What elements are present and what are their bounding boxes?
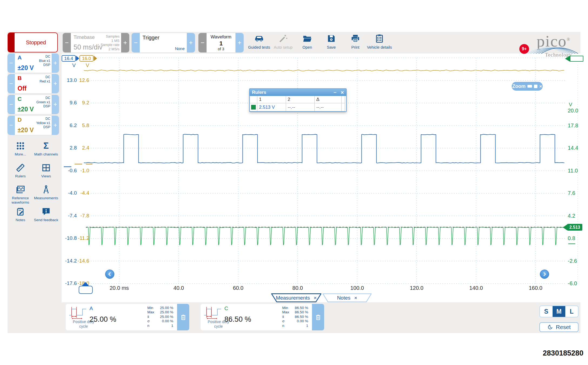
y-axis-label-yellow: -4.4 <box>73 190 89 196</box>
timebase-decrease-button[interactable]: − <box>63 33 71 52</box>
channel-range: ±20 V <box>18 127 34 134</box>
waveform-previous-button[interactable]: − <box>198 33 207 52</box>
channel-a-body[interactable]: ADCBlue x1DSP±20 V <box>15 54 52 73</box>
channel-c-card[interactable]: −CDCGreen x1DSP±20 V+ <box>8 95 59 114</box>
car-icon <box>254 34 264 44</box>
trigger-panel[interactable]: Trigger None <box>140 33 187 52</box>
size-option-s[interactable]: S <box>540 306 553 317</box>
rulers-minimize-icon[interactable]: − <box>331 90 338 95</box>
tab-measurements[interactable]: Measurements× <box>271 293 322 302</box>
waveform-next-button[interactable]: + <box>235 33 244 52</box>
reset-button[interactable]: Reset <box>539 322 579 332</box>
channel-d-decrease-button[interactable]: − <box>8 116 15 135</box>
channel-b-card[interactable]: −BDCRed x1Off+ <box>8 74 59 93</box>
trigger-position-marker[interactable] <box>79 286 93 294</box>
tab-notes-label: Notes <box>337 295 351 301</box>
scroll-right-button[interactable] <box>540 270 549 279</box>
action-vehicle-details[interactable]: Vehicle details <box>367 32 391 53</box>
channel-a-decrease-button[interactable]: − <box>8 54 15 73</box>
sidebar-item-measurements[interactable]: Measurements <box>33 184 59 205</box>
delete-measurement-button[interactable] <box>312 304 324 330</box>
right-axis-top-label: 20.0 <box>568 108 578 114</box>
trigger-decrease-button[interactable]: − <box>132 33 140 52</box>
channel-a-card[interactable]: −ADCBlue x1DSP±20 V+ <box>8 54 59 73</box>
timebase-increase-button[interactable]: + <box>121 33 129 52</box>
channel-c-increase-button[interactable]: + <box>52 95 59 114</box>
sidebar-tools: More...ΣMath channelsRulersViewsReferenc… <box>8 140 59 230</box>
size-option-m[interactable]: M <box>553 306 565 317</box>
channel-d-scale-marker[interactable]: 16.0 <box>79 55 94 62</box>
channel-d-card[interactable]: −DDCYellow x1DSP±20 V+ <box>8 116 59 135</box>
stat-value: 1 <box>290 324 308 328</box>
trash-icon <box>180 313 187 321</box>
trigger-increase-button[interactable]: + <box>187 33 195 52</box>
trigger-marker-arrow-icon[interactable] <box>82 282 89 286</box>
channel-b-body[interactable]: BDCRed x1Off <box>15 74 52 93</box>
sidebar-item-math-channels[interactable]: ΣMath channels <box>33 140 59 161</box>
duty-cycle-diagram-icon <box>203 306 223 320</box>
clipboard-icon <box>374 34 384 44</box>
rulers-row-spacer <box>342 103 345 111</box>
sidebar-item-more[interactable]: More... <box>8 140 33 161</box>
duty-cycle-icon <box>68 306 88 320</box>
channel-a-increase-button[interactable]: + <box>52 54 59 73</box>
tab-notes-close-icon[interactable]: × <box>354 295 357 301</box>
magic-wand-icon <box>278 34 288 44</box>
x-axis-label: 60.0 <box>222 285 254 291</box>
ruler-handle-arrow-icon[interactable] <box>565 56 570 62</box>
logo-registered-mark: ® <box>567 37 570 42</box>
start-stop-button[interactable]: Stopped <box>8 32 58 52</box>
channel-c-decrease-button[interactable]: − <box>8 95 15 114</box>
action-label: Vehicle details <box>364 45 395 49</box>
zoom-window-icon[interactable] <box>534 85 537 88</box>
printer-icon <box>350 34 360 44</box>
action-open[interactable]: Open <box>295 32 319 53</box>
channel-b-decrease-button[interactable]: − <box>8 74 15 93</box>
sidebar-item-notes[interactable]: Notes <box>8 206 33 227</box>
timebase-sample-info: Samples 1 MS Sample rate 2 MS/s <box>95 34 119 51</box>
channel-c-body[interactable]: CDCGreen x1DSP±20 V <box>15 95 52 114</box>
tab-measurements-label: Measurements <box>276 295 310 301</box>
rulers-popup-titlebar[interactable]: Rulers − × <box>250 89 346 96</box>
zoom-close-icon[interactable]: × <box>539 85 542 88</box>
stat-value: 0.00 % <box>155 319 173 323</box>
y-axis-label-green: 14.4 <box>568 145 587 151</box>
y-axis-label-yellow: 5.8 <box>73 122 89 128</box>
stat-value: 25.00 % <box>155 315 173 319</box>
y-axis-label-yellow: -11.2 <box>73 235 89 241</box>
scroll-left-button[interactable] <box>105 270 114 279</box>
channel-b-increase-button[interactable]: + <box>52 74 59 93</box>
ruler-value-tag[interactable]: 2.513 <box>567 224 582 231</box>
sidebar-item-rulers[interactable]: Rulers <box>8 162 33 183</box>
sidebar-item-label: Measurements <box>31 196 61 200</box>
channel-d-body[interactable]: DDCYellow x1DSP±20 V <box>15 116 52 135</box>
rulers-value-1: 2.513 V <box>257 103 286 111</box>
action-print[interactable]: Print <box>343 32 367 53</box>
x-axis-label: 120.0 <box>400 285 433 291</box>
channel-a-scale-marker[interactable]: 16.4 <box>62 55 76 62</box>
measurement-panel-a: Positive dutycycleA25.00 %Min25.00 %Max2… <box>66 304 189 330</box>
sidebar-item-reference-waveforms[interactable]: Reference waveforms <box>8 184 33 205</box>
rulers-swatch-cell <box>250 103 257 111</box>
action-save[interactable]: Save <box>319 32 343 53</box>
delete-measurement-button[interactable] <box>177 304 189 330</box>
history-reset-icon <box>547 324 553 330</box>
sidebar-item-views[interactable]: Views <box>33 162 59 183</box>
ruler-handle[interactable] <box>570 56 583 62</box>
action-guided-tests[interactable]: Guided tests <box>247 32 271 53</box>
tab-notes[interactable]: Notes× <box>322 293 372 302</box>
ruler-icon <box>15 163 25 173</box>
stat-value: 86.50 % <box>290 315 308 319</box>
trigger-mode: None <box>175 46 185 51</box>
size-option-l[interactable]: L <box>565 306 578 317</box>
zoom-minimize-icon[interactable] <box>527 85 532 88</box>
sidebar-item-send-feedback[interactable]: Send feedback <box>33 206 59 227</box>
rulers-close-icon[interactable]: × <box>338 89 346 96</box>
channel-d-increase-button[interactable]: + <box>52 116 59 135</box>
action-auto-setup: Auto setup <box>271 32 295 53</box>
rulers-popup[interactable]: Rulers − × 1 2 Δ 2.513 V --.-- --.-- <box>249 88 347 112</box>
waveform-panel[interactable]: Waveform 1 of 3 <box>207 33 235 52</box>
zoom-overlay[interactable]: Zoom × <box>512 82 543 91</box>
tab-measurements-close-icon[interactable]: × <box>314 295 317 301</box>
timebase-panel[interactable]: Timebase 50 ms/div Samples 1 MS Sample r… <box>71 33 121 52</box>
